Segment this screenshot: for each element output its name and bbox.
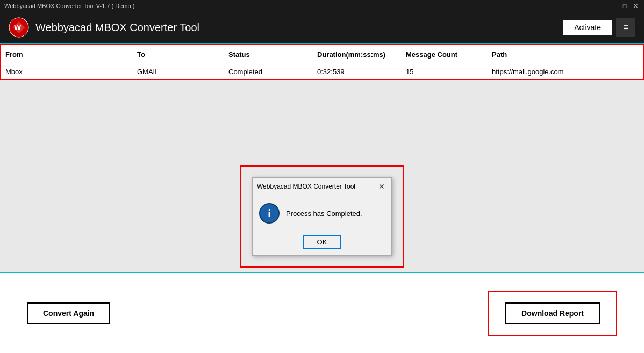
col-header-message-count: Message Count: [402, 49, 488, 60]
logo-area: W Webbyacad MBOX Converter Tool: [9, 17, 199, 38]
cell-status: Completed: [224, 67, 313, 77]
svg-text:W: W: [14, 23, 22, 32]
activate-button[interactable]: Activate: [563, 20, 612, 35]
dialog-titlebar: Webbyacad MBOX Converter Tool ✕: [253, 178, 391, 194]
main-content: Webbyacad MBOX Converter Tool ✕ i Proces…: [0, 80, 644, 353]
cell-to: GMAIL: [133, 67, 224, 77]
col-header-to: To: [133, 49, 224, 60]
title-bar: Webbyacad MBOX Converter Tool V-1.7 ( De…: [0, 0, 644, 12]
download-report-button[interactable]: Download Report: [505, 302, 600, 324]
info-icon: i: [259, 203, 280, 224]
close-button[interactable]: ✕: [631, 2, 640, 10]
table-header: From To Status Duration(mm:ss:ms) Messag…: [1, 45, 643, 64]
title-bar-text: Webbyacad MBOX Converter Tool V-1.7 ( De…: [4, 3, 134, 9]
cell-message-count: 15: [402, 67, 488, 77]
minimize-button[interactable]: −: [610, 2, 618, 10]
download-report-outer: Download Report: [488, 291, 617, 336]
col-header-status: Status: [224, 49, 313, 60]
col-header-from: From: [1, 49, 133, 60]
dialog-close-button[interactable]: ✕: [376, 181, 387, 192]
cell-from: Mbox: [1, 67, 133, 77]
app-logo: W: [9, 17, 29, 38]
cell-duration: 0:32:539: [313, 67, 402, 77]
app-layout: Webbyacad MBOX Converter Tool V-1.7 ( De…: [0, 0, 644, 353]
conversion-table: From To Status Duration(mm:ss:ms) Messag…: [0, 44, 644, 80]
convert-again-button[interactable]: Convert Again: [27, 302, 110, 324]
menu-button[interactable]: ≡: [616, 18, 635, 37]
table-row: Mbox GMAIL Completed 0:32:539 15 https:/…: [1, 64, 643, 79]
header-right: Activate ≡: [563, 18, 635, 37]
title-bar-controls: − □ ✕: [610, 2, 640, 10]
app-title: Webbyacad MBOX Converter Tool: [35, 21, 199, 34]
maximize-button[interactable]: □: [620, 2, 629, 10]
ok-button[interactable]: OK: [304, 235, 341, 249]
dialog-body: i Process has Completed.: [253, 194, 391, 232]
dialog-footer: OK: [253, 232, 391, 255]
dialog-outer-border: Webbyacad MBOX Converter Tool ✕ i Proces…: [240, 165, 404, 268]
bottom-bar: Convert Again Download Report: [0, 272, 644, 353]
hamburger-icon: ≡: [623, 23, 628, 32]
cell-path: https://mail.google.com: [488, 67, 643, 77]
col-header-duration: Duration(mm:ss:ms): [313, 49, 402, 60]
dialog-message: Process has Completed.: [286, 210, 362, 218]
completion-dialog: Webbyacad MBOX Converter Tool ✕ i Proces…: [252, 177, 392, 256]
app-header: W Webbyacad MBOX Converter Tool Activate…: [0, 12, 644, 44]
col-header-path: Path: [488, 49, 643, 60]
dialog-title: Webbyacad MBOX Converter Tool: [257, 183, 355, 190]
